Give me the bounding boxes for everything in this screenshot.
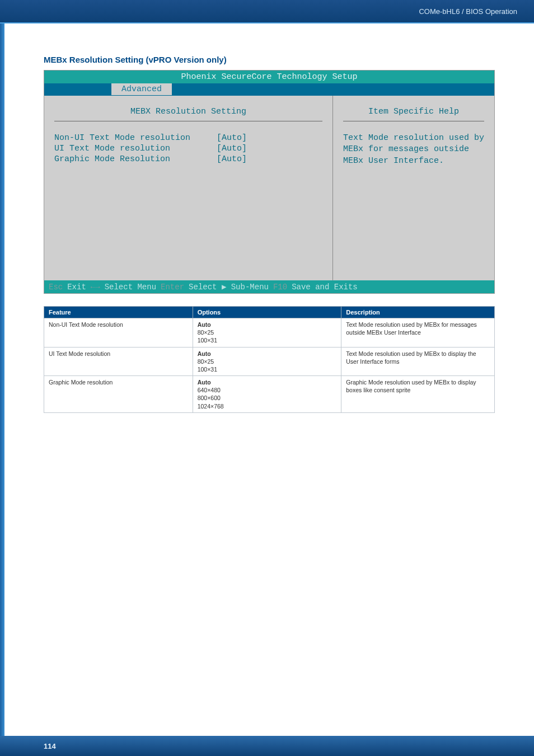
opt-default: Auto [198, 378, 337, 386]
opt-rest: 80×25 100×31 [198, 358, 217, 373]
bios-screenshot: Phoenix SecureCore Technology Setup Adva… [44, 70, 495, 294]
exit-label: Exit [67, 283, 86, 292]
cell-feature: UI Text Mode resolution [44, 347, 193, 376]
bios-setting-value: [Auto] [217, 133, 247, 143]
cell-description: Text Mode resolution used by MEBx to dis… [341, 347, 495, 376]
col-description: Description [341, 307, 495, 318]
opt-rest: 640×480 800×600 1024×768 [198, 387, 224, 409]
bios-setting-label: UI Text Mode resolution [54, 144, 217, 153]
bios-row[interactable]: Graphic Mode Resolution [Auto] [54, 154, 322, 165]
bios-setting-value: [Auto] [217, 154, 247, 164]
content-area: MEBx Resolution Setting (vPRO Version on… [0, 24, 534, 413]
opt-default: Auto [198, 321, 337, 328]
bios-title: Phoenix SecureCore Technology Setup [44, 71, 494, 83]
breadcrumb: COMe-bHL6 / BIOS Operation [419, 7, 517, 16]
cell-options: Auto 80×25 100×31 [193, 347, 341, 376]
table-row: Non-UI Text Mode resolution Auto 80×25 1… [44, 318, 495, 348]
bios-setting-label: Non-UI Text Mode resolution [54, 133, 217, 143]
page-header: COMe-bHL6 / BIOS Operation [0, 0, 534, 24]
table-row: Graphic Mode resolution Auto 640×480 800… [44, 376, 495, 413]
bios-setting-value: [Auto] [217, 144, 247, 153]
page-footer: 114 [0, 736, 534, 756]
bios-help-panel: Item Specific Help Text Mode resolution … [333, 96, 494, 280]
bios-footer: Esc Exit ←→ Select Menu Enter Select ▶ S… [44, 280, 494, 293]
bios-tab-bar: Advanced [44, 83, 494, 96]
bios-left-heading: MEBX Resolution Setting [54, 104, 322, 121]
cell-feature: Graphic Mode resolution [44, 376, 193, 413]
save-exits-label: Save and Exits [292, 283, 358, 292]
table-row: UI Text Mode resolution Auto 80×25 100×3… [44, 347, 495, 376]
cell-feature: Non-UI Text Mode resolution [44, 318, 193, 348]
bios-row[interactable]: Non-UI Text Mode resolution [Auto] [54, 133, 322, 143]
bios-help-text: Text Mode resolution used by MEBx for me… [343, 133, 484, 167]
select-submenu-label: Select ▶ Sub-Menu [189, 282, 269, 292]
opt-rest: 80×25 100×31 [198, 329, 217, 344]
bios-left-panel: MEBX Resolution Setting Non-UI Text Mode… [44, 96, 333, 280]
cell-options: Auto 80×25 100×31 [193, 318, 341, 348]
page-number: 114 [44, 742, 56, 750]
cell-options: Auto 640×480 800×600 1024×768 [193, 376, 341, 413]
f10-key-label: F10 [273, 283, 287, 292]
arrows-icon: ←→ [91, 283, 100, 292]
cell-description: Text Mode resolution used by MEBx for me… [341, 318, 495, 348]
bios-row[interactable]: UI Text Mode resolution [Auto] [54, 143, 322, 154]
bios-setting-label: Graphic Mode Resolution [54, 154, 217, 164]
col-options: Options [193, 307, 341, 318]
esc-key-label: Esc [49, 283, 63, 292]
bios-right-heading: Item Specific Help [343, 104, 484, 121]
bios-tab-advanced[interactable]: Advanced [111, 83, 172, 95]
cell-description: Graphic Mode resolution used by MEBx to … [341, 376, 495, 413]
select-menu-label: Select Menu [105, 283, 156, 292]
opt-default: Auto [198, 350, 337, 358]
enter-key-label: Enter [161, 283, 184, 292]
bios-body: MEBX Resolution Setting Non-UI Text Mode… [44, 96, 494, 280]
col-feature: Feature [44, 307, 193, 318]
left-edge-strip [0, 24, 4, 740]
options-table: Feature Options Description Non-UI Text … [44, 306, 495, 413]
section-title: MEBx Resolution Setting (vPRO Version on… [44, 55, 495, 64]
table-header-row: Feature Options Description [44, 307, 495, 318]
